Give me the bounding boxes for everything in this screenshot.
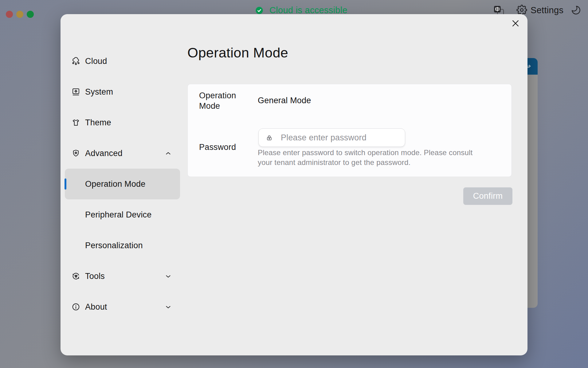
sidebar-item-about[interactable]: About <box>65 292 180 322</box>
settings-gear-icon[interactable] <box>516 5 527 15</box>
desktop: Cloud is accessible Settings <box>0 0 588 368</box>
zoom-window-button[interactable] <box>27 11 34 18</box>
sidebar-item-label: Peripheral Device <box>85 210 152 220</box>
sidebar-item-operation-mode[interactable]: Operation Mode <box>65 169 180 199</box>
chevron-up-icon <box>165 150 171 157</box>
password-field-wrap <box>258 128 405 147</box>
sidebar-item-peripheral-device[interactable]: Peripheral Device <box>65 199 180 230</box>
password-hint: Please enter password to switch operatio… <box>258 148 487 167</box>
sidebar-item-system[interactable]: System <box>65 76 180 107</box>
page-title: Operation Mode <box>187 45 288 61</box>
sidebar-item-personalization[interactable]: Personalization <box>65 230 180 261</box>
tools-icon <box>72 272 80 280</box>
sidebar-item-advanced[interactable]: Advanced <box>65 138 180 169</box>
sidebar-item-label: Operation Mode <box>85 179 145 189</box>
check-circle-icon <box>255 6 264 15</box>
sidebar-item-label: Tools <box>85 272 105 281</box>
close-icon <box>511 19 520 28</box>
operation-mode-value: General Mode <box>258 96 311 105</box>
sidebar-item-label: About <box>85 302 107 312</box>
settings-label[interactable]: Settings <box>531 5 563 15</box>
minimize-window-button[interactable] <box>16 11 23 18</box>
sidebar-item-cloud[interactable]: Cloud <box>65 46 180 76</box>
chevron-down-icon <box>165 273 171 280</box>
close-window-button[interactable] <box>6 11 13 18</box>
operation-mode-label: Operation Mode <box>199 90 248 111</box>
window-controls <box>6 11 34 18</box>
confirm-button[interactable]: Confirm <box>463 187 512 205</box>
chevron-down-icon <box>165 304 171 310</box>
settings-dialog: Cloud System <box>61 14 527 355</box>
operation-mode-card: Operation Mode General Mode Password Ple… <box>187 84 512 177</box>
sidebar-item-label: Theme <box>85 118 111 127</box>
sidebar-item-theme[interactable]: Theme <box>65 107 180 138</box>
password-input[interactable] <box>258 128 405 147</box>
info-icon <box>72 303 80 311</box>
cloud-icon <box>72 57 80 65</box>
sidebar-item-label: Advanced <box>85 149 123 158</box>
sidebar-item-label: System <box>85 87 113 97</box>
sidebar-item-label: Personalization <box>85 241 143 250</box>
sidebar-item-tools[interactable]: Tools <box>65 261 180 292</box>
shield-gear-icon <box>72 149 80 158</box>
dark-mode-moon-icon[interactable] <box>571 5 581 15</box>
close-dialog-button[interactable] <box>509 17 522 29</box>
sidebar-item-label: Cloud <box>85 57 107 66</box>
password-label: Password <box>199 142 236 152</box>
tshirt-icon <box>72 118 80 127</box>
system-icon <box>72 88 80 96</box>
settings-sidebar: Cloud System <box>65 46 180 322</box>
